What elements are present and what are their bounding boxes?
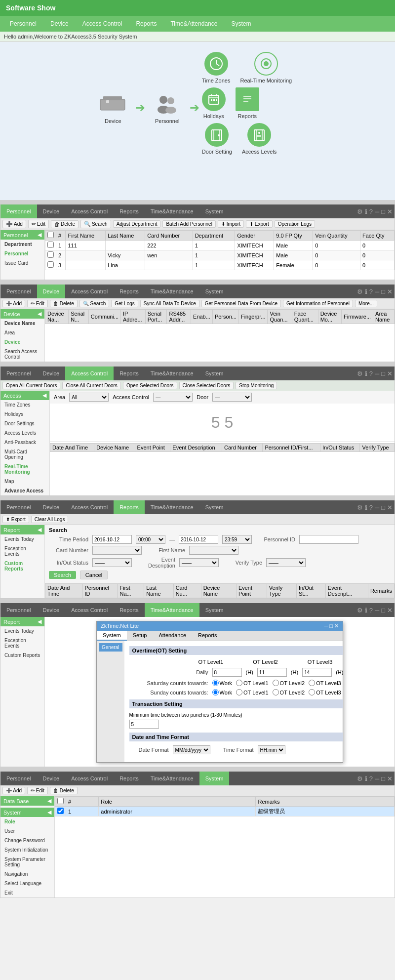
device-tab-ac[interactable]: Device xyxy=(37,367,66,380)
search-submit-btn[interactable]: Search xyxy=(49,571,76,579)
system-tab-d[interactable]: System xyxy=(199,285,230,298)
maximize-icon-sys[interactable]: □ xyxy=(381,775,385,782)
minimize-icon-ta[interactable]: ─ xyxy=(375,607,379,614)
sidebar-custom-reports-r[interactable]: Custom Reports xyxy=(0,559,44,573)
question-icon-r[interactable]: ? xyxy=(369,504,373,511)
time-format-select[interactable]: HH:mm xyxy=(258,745,285,754)
close-all-doors-btn[interactable]: Close All Current Doors xyxy=(62,382,120,389)
question-icon-sys[interactable]: ? xyxy=(369,775,373,782)
delete-btn-d[interactable]: 🗑 Delete xyxy=(50,300,78,307)
personnel-tab-sys[interactable]: Personnel xyxy=(0,772,37,785)
info-icon-r[interactable]: ℹ xyxy=(365,504,367,511)
personnel-tab-ta[interactable]: Personnel xyxy=(0,603,37,617)
sun-ot3-radio[interactable]: OT Level3 xyxy=(309,689,341,695)
personnel-tab-r[interactable]: Personnel xyxy=(0,500,37,514)
popup-nav-system[interactable]: System xyxy=(97,631,127,641)
nav-system[interactable]: System xyxy=(231,20,251,27)
ac-sidebar-toggle[interactable]: ◀ xyxy=(42,392,46,399)
reports-tab-d[interactable]: Reports xyxy=(114,285,145,298)
verify-type-select[interactable]: —— xyxy=(266,558,306,567)
add-btn-sys[interactable]: ➕ Add xyxy=(2,787,25,794)
card-number-select[interactable]: —— xyxy=(92,546,142,555)
more-btn[interactable]: More... xyxy=(355,300,377,307)
clear-logs-btn[interactable]: Clear All Logs xyxy=(31,516,69,523)
get-logs-btn[interactable]: Get Logs xyxy=(111,300,138,307)
table-row[interactable]: 1 administrator 超级管理员 xyxy=(55,807,395,817)
export-button[interactable]: ⬆ Export xyxy=(246,220,273,228)
popup-maximize-icon[interactable]: □ xyxy=(329,623,333,629)
adjust-dept-button[interactable]: Adjust Department xyxy=(113,220,161,228)
ot-level3-daily-input[interactable] xyxy=(302,668,332,677)
minimize-icon-d[interactable]: ─ xyxy=(375,288,379,295)
minimize-icon[interactable]: ─ xyxy=(375,208,379,215)
sidebar-multi-card[interactable]: Multi-Card Opening xyxy=(0,447,49,462)
from-date-input[interactable] xyxy=(92,535,132,544)
batch-add-button[interactable]: Batch Add Personnel xyxy=(162,220,215,228)
row-check[interactable] xyxy=(45,260,56,270)
sidebar-select-language[interactable]: Select Language xyxy=(0,879,54,888)
select-all-check[interactable] xyxy=(47,232,54,238)
time-attendance-tab-sys[interactable]: Time&Attendance xyxy=(145,772,199,785)
maximize-icon-d[interactable]: □ xyxy=(381,288,385,295)
door-filter-select[interactable]: — xyxy=(212,393,252,402)
device-tab-r[interactable]: Device xyxy=(37,500,66,514)
device-name-select[interactable]: —— xyxy=(189,546,238,555)
question-icon-ac[interactable]: ? xyxy=(369,370,373,377)
sidebar-role[interactable]: Role xyxy=(0,817,54,826)
sidebar-area[interactable]: Area xyxy=(0,328,44,337)
to-time-select[interactable]: 23:59 xyxy=(222,535,252,544)
sidebar-advance-access[interactable]: Advance Access xyxy=(0,486,49,495)
sys-system-toggle[interactable]: ◀ xyxy=(47,809,51,816)
system-tab-sys[interactable]: System xyxy=(199,772,230,785)
time-attendance-tab-ta[interactable]: Time&Attendance xyxy=(145,603,199,617)
sys-select-all[interactable] xyxy=(57,798,64,804)
table-row[interactable]: 2 Vicky wen 1 XIMITECH Male 0 0 xyxy=(45,250,395,260)
settings-icon-ta[interactable]: ⚙ xyxy=(357,607,363,614)
close-icon-sys[interactable]: ✕ xyxy=(387,775,393,782)
get-info-btn[interactable]: Get Information of Personnel xyxy=(283,300,353,307)
system-tab-ta[interactable]: System xyxy=(199,603,230,617)
access-control-tab-sys[interactable]: Access Control xyxy=(65,772,114,785)
personnel-tab-ac[interactable]: Personnel xyxy=(0,367,37,380)
stop-monitoring-btn[interactable]: Stop Monitoring xyxy=(236,382,277,389)
minimize-icon-sys[interactable]: ─ xyxy=(375,775,379,782)
sat-ot2-radio[interactable]: OT Level2 xyxy=(273,680,305,686)
device-tab-p[interactable]: Device xyxy=(37,204,66,218)
nav-personnel[interactable]: Personnel xyxy=(10,20,37,27)
access-control-tab-p[interactable]: Access Control xyxy=(65,204,114,218)
from-time-select[interactable]: 00:00 xyxy=(136,535,165,544)
system-tab-ac[interactable]: System xyxy=(199,367,230,380)
sidebar-anti-passback[interactable]: Anti-Passback xyxy=(0,438,49,447)
sidebar-sys-param[interactable]: System Parameter Setting xyxy=(0,855,54,869)
time-attendance-tab-r[interactable]: Time&Attendance xyxy=(145,500,199,514)
sidebar-exception-events-ta[interactable]: Exception Events xyxy=(0,636,44,651)
sidebar-search-access[interactable]: Search Access Control xyxy=(0,347,44,362)
sidebar-device-name[interactable]: Device Name xyxy=(0,319,44,328)
time-attendance-tab-ac[interactable]: Time&Attendance xyxy=(145,367,199,380)
settings-icon[interactable]: ⚙ xyxy=(357,208,363,215)
nav-device[interactable]: Device xyxy=(50,20,69,27)
date-format-select[interactable]: MM/dd/yyyy xyxy=(173,745,210,754)
import-button[interactable]: ⬇ Import xyxy=(218,220,244,228)
info-icon[interactable]: ℹ xyxy=(365,208,367,215)
ta-sidebar-toggle[interactable]: ◀ xyxy=(38,618,41,625)
maximize-icon[interactable]: □ xyxy=(381,208,385,215)
popup-nav-setup[interactable]: Setup xyxy=(127,631,153,641)
access-control-tab-ta[interactable]: Access Control xyxy=(65,603,114,617)
question-icon-d[interactable]: ? xyxy=(369,288,373,295)
sidebar-change-password[interactable]: Change Password xyxy=(0,836,54,845)
access-control-tab-r[interactable]: Access Control xyxy=(65,500,114,514)
nav-reports[interactable]: Reports xyxy=(136,20,157,27)
question-icon[interactable]: ? xyxy=(369,208,373,215)
popup-minimize-icon[interactable]: ─ xyxy=(324,623,328,629)
settings-icon-ac[interactable]: ⚙ xyxy=(357,370,363,377)
open-selected-btn[interactable]: Open Selected Doors xyxy=(123,382,177,389)
reports-tab-sys[interactable]: Reports xyxy=(114,772,145,785)
close-icon-ac[interactable]: ✕ xyxy=(387,370,393,377)
min-value-input[interactable] xyxy=(129,720,159,729)
minimize-icon-ac[interactable]: ─ xyxy=(375,370,379,377)
device-sidebar-toggle[interactable]: ◀ xyxy=(38,311,41,317)
reports-sidebar-toggle[interactable]: ◀ xyxy=(38,527,41,533)
info-icon-d[interactable]: ℹ xyxy=(365,288,367,295)
edit-btn-d[interactable]: ✏ Edit xyxy=(27,300,48,307)
